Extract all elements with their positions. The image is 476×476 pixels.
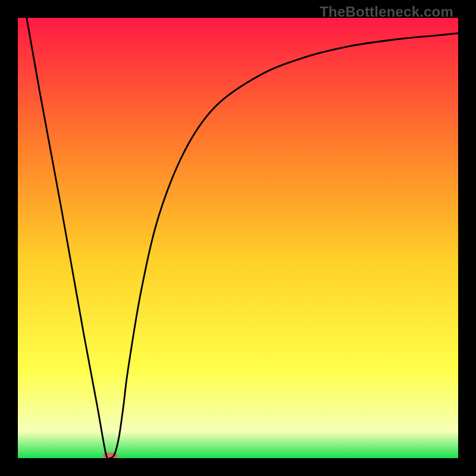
chart-frame: TheBottleneck.com (0, 0, 476, 476)
gradient-background (18, 18, 458, 458)
plot-area (18, 18, 458, 458)
watermark-text: TheBottleneck.com (320, 4, 453, 20)
plot-svg (18, 18, 458, 458)
